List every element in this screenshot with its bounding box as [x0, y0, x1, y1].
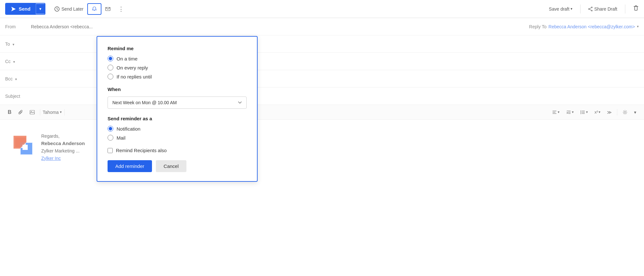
remind-recipients-option[interactable]: Remind Recipients also: [108, 148, 247, 153]
when-title: When: [108, 87, 247, 92]
save-draft-label: Save draft: [549, 6, 570, 12]
send-button-label: Send: [19, 6, 31, 12]
popup-actions: Add reminder Cancel: [108, 160, 247, 172]
svg-point-5: [589, 8, 590, 9]
send-btn-group: Send ▾: [5, 3, 45, 15]
save-draft-button[interactable]: Save draft ▾: [549, 6, 573, 12]
send-later-button[interactable]: Send Later: [51, 4, 88, 14]
toolbar-separator: [580, 5, 581, 14]
svg-point-3: [592, 7, 592, 8]
bell-icon: [92, 6, 97, 12]
main-toolbar: Send ▾ Send Later ⋮ Save draft ▾: [0, 0, 644, 18]
send-as-title: Send reminder as a: [108, 116, 247, 121]
save-draft-chevron: ▾: [571, 7, 573, 11]
cancel-button[interactable]: Cancel: [156, 160, 186, 172]
notification-label: Notification: [117, 126, 140, 132]
mail-label: Mail: [117, 135, 126, 141]
no-reply-label: If no replies until: [117, 74, 152, 79]
notification-option[interactable]: Notification: [108, 126, 247, 132]
on-time-option[interactable]: On a time: [108, 56, 247, 61]
svg-marker-0: [11, 7, 16, 11]
share-draft-label: Share Draft: [594, 6, 617, 12]
add-reminder-button[interactable]: Add reminder: [108, 160, 152, 172]
mail-radio[interactable]: [108, 135, 113, 141]
on-reply-label: On every reply: [117, 65, 148, 70]
svg-line-7: [590, 9, 592, 10]
share-draft-button[interactable]: Share Draft: [588, 6, 617, 12]
delete-button[interactable]: [633, 5, 639, 13]
svg-line-6: [590, 7, 592, 8]
send-dropdown-button[interactable]: ▾: [36, 4, 45, 14]
when-section: When Next Week on Mon @ 10.00 AM Tomorro…: [108, 87, 247, 109]
envelope-icon: [105, 6, 110, 12]
when-select[interactable]: Next Week on Mon @ 10.00 AM Tomorrow mor…: [108, 97, 247, 109]
more-options-button[interactable]: ⋮: [114, 3, 128, 15]
toolbar-right: Save draft ▾ Share Draft: [549, 5, 639, 14]
ellipsis-icon: ⋮: [118, 5, 125, 13]
reminder-popup: Remind me On a time On every reply If no…: [97, 36, 258, 182]
no-reply-radio[interactable]: [108, 74, 113, 79]
send-later-label: Send Later: [62, 6, 84, 12]
send-button[interactable]: Send: [6, 4, 36, 14]
svg-point-4: [592, 10, 592, 11]
share-icon: [588, 7, 593, 11]
on-reply-option[interactable]: On every reply: [108, 65, 247, 70]
send-as-group: Notification Mail: [108, 126, 247, 141]
remind-type-group: On a time On every reply If no replies u…: [108, 56, 247, 79]
remind-me-title: Remind me: [108, 46, 247, 51]
mail-option[interactable]: Mail: [108, 135, 247, 141]
email-options-button[interactable]: [101, 4, 114, 14]
notification-radio[interactable]: [108, 126, 113, 132]
send-reminder-section: Send reminder as a Notification Mail: [108, 116, 247, 141]
trash-icon: [633, 5, 639, 11]
remind-button[interactable]: [87, 3, 101, 15]
toolbar-separator-2: [625, 5, 625, 14]
remind-recipients-label: Remind Recipients also: [116, 148, 167, 153]
on-time-label: On a time: [117, 56, 137, 61]
send-icon: [11, 6, 16, 12]
no-reply-option[interactable]: If no replies until: [108, 74, 247, 79]
compose-area: From Rebecca Anderson <rebecca... Reply …: [0, 18, 644, 276]
on-reply-radio[interactable]: [108, 65, 113, 70]
clock-icon: [54, 6, 60, 12]
on-time-radio[interactable]: [108, 56, 113, 61]
remind-recipients-checkbox[interactable]: [108, 148, 113, 153]
